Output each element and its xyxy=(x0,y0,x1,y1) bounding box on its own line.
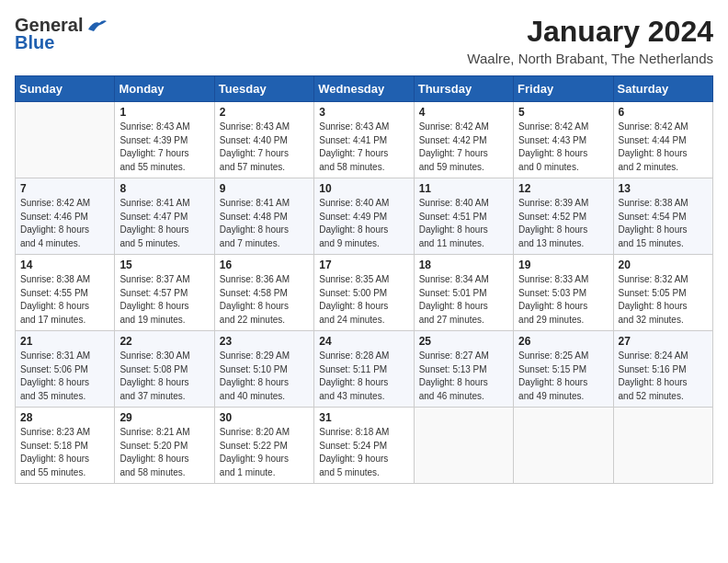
calendar-cell: 22Sunrise: 8:30 AM Sunset: 5:08 PM Dayli… xyxy=(115,331,214,408)
day-number: 18 xyxy=(419,259,508,271)
calendar-cell: 23Sunrise: 8:29 AM Sunset: 5:10 PM Dayli… xyxy=(214,331,313,408)
calendar-cell: 8Sunrise: 8:41 AM Sunset: 4:47 PM Daylig… xyxy=(115,178,214,255)
day-number: 9 xyxy=(220,182,309,195)
weekday-header-saturday: Saturday xyxy=(613,76,712,102)
title-area: January 2024 Waalre, North Brabant, The … xyxy=(467,15,713,66)
calendar-cell: 2Sunrise: 8:43 AM Sunset: 4:40 PM Daylig… xyxy=(214,102,313,178)
calendar-cell: 16Sunrise: 8:36 AM Sunset: 4:58 PM Dayli… xyxy=(214,255,313,331)
day-info: Sunrise: 8:41 AM Sunset: 4:47 PM Dayligh… xyxy=(119,197,209,250)
day-info: Sunrise: 8:27 AM Sunset: 5:13 PM Dayligh… xyxy=(419,350,508,403)
week-row-3: 21Sunrise: 8:31 AM Sunset: 5:06 PM Dayli… xyxy=(16,331,713,408)
calendar-cell: 20Sunrise: 8:32 AM Sunset: 5:05 PM Dayli… xyxy=(613,255,712,331)
day-info: Sunrise: 8:30 AM Sunset: 5:08 PM Dayligh… xyxy=(119,350,209,403)
week-row-4: 28Sunrise: 8:23 AM Sunset: 5:18 PM Dayli… xyxy=(16,408,713,484)
day-info: Sunrise: 8:41 AM Sunset: 4:48 PM Dayligh… xyxy=(220,197,309,250)
day-info: Sunrise: 8:40 AM Sunset: 4:49 PM Dayligh… xyxy=(319,197,408,250)
day-number: 2 xyxy=(220,106,309,119)
day-number: 13 xyxy=(619,182,708,195)
calendar-cell: 6Sunrise: 8:42 AM Sunset: 4:44 PM Daylig… xyxy=(613,102,712,178)
logo: General Blue xyxy=(15,15,107,53)
day-info: Sunrise: 8:28 AM Sunset: 5:11 PM Dayligh… xyxy=(319,350,408,403)
day-info: Sunrise: 8:37 AM Sunset: 4:57 PM Dayligh… xyxy=(119,273,209,327)
week-row-0: 1Sunrise: 8:43 AM Sunset: 4:39 PM Daylig… xyxy=(16,102,713,178)
calendar-body: 1Sunrise: 8:43 AM Sunset: 4:39 PM Daylig… xyxy=(16,102,713,484)
day-number: 24 xyxy=(319,335,408,348)
day-number: 3 xyxy=(319,106,408,119)
weekday-header-wednesday: Wednesday xyxy=(314,76,414,102)
day-info: Sunrise: 8:20 AM Sunset: 5:22 PM Dayligh… xyxy=(220,426,309,479)
day-number: 15 xyxy=(119,259,209,271)
day-info: Sunrise: 8:38 AM Sunset: 4:54 PM Dayligh… xyxy=(619,197,708,250)
day-number: 20 xyxy=(619,259,708,271)
calendar-cell xyxy=(16,102,115,178)
day-info: Sunrise: 8:24 AM Sunset: 5:16 PM Dayligh… xyxy=(619,350,708,403)
day-info: Sunrise: 8:32 AM Sunset: 5:05 PM Dayligh… xyxy=(619,273,708,327)
day-info: Sunrise: 8:29 AM Sunset: 5:10 PM Dayligh… xyxy=(220,350,309,403)
calendar-cell: 11Sunrise: 8:40 AM Sunset: 4:51 PM Dayli… xyxy=(414,178,513,255)
day-number: 31 xyxy=(319,411,408,424)
weekday-header-sunday: Sunday xyxy=(16,76,115,102)
day-info: Sunrise: 8:33 AM Sunset: 5:03 PM Dayligh… xyxy=(518,273,608,327)
day-info: Sunrise: 8:38 AM Sunset: 4:55 PM Dayligh… xyxy=(20,273,109,327)
page-header: General Blue January 2024 Waalre, North … xyxy=(15,15,713,66)
day-info: Sunrise: 8:39 AM Sunset: 4:52 PM Dayligh… xyxy=(518,197,608,250)
calendar-cell: 12Sunrise: 8:39 AM Sunset: 4:52 PM Dayli… xyxy=(514,178,613,255)
day-number: 16 xyxy=(220,259,309,271)
day-info: Sunrise: 8:25 AM Sunset: 5:15 PM Dayligh… xyxy=(518,350,608,403)
day-number: 5 xyxy=(518,106,608,119)
day-number: 22 xyxy=(119,335,209,348)
calendar-cell: 1Sunrise: 8:43 AM Sunset: 4:39 PM Daylig… xyxy=(115,102,214,178)
day-number: 6 xyxy=(619,106,708,119)
day-info: Sunrise: 8:43 AM Sunset: 4:40 PM Dayligh… xyxy=(220,121,309,174)
day-number: 14 xyxy=(20,259,109,271)
calendar-cell: 13Sunrise: 8:38 AM Sunset: 4:54 PM Dayli… xyxy=(613,178,712,255)
week-row-2: 14Sunrise: 8:38 AM Sunset: 4:55 PM Dayli… xyxy=(16,255,713,331)
day-info: Sunrise: 8:42 AM Sunset: 4:44 PM Dayligh… xyxy=(619,121,708,174)
calendar-cell: 30Sunrise: 8:20 AM Sunset: 5:22 PM Dayli… xyxy=(214,408,313,484)
calendar-cell: 17Sunrise: 8:35 AM Sunset: 5:00 PM Dayli… xyxy=(314,255,414,331)
calendar-cell: 3Sunrise: 8:43 AM Sunset: 4:41 PM Daylig… xyxy=(314,102,414,178)
day-info: Sunrise: 8:42 AM Sunset: 4:42 PM Dayligh… xyxy=(419,121,508,174)
location-title: Waalre, North Brabant, The Netherlands xyxy=(467,51,713,66)
calendar-cell: 19Sunrise: 8:33 AM Sunset: 5:03 PM Dayli… xyxy=(514,255,613,331)
weekday-header-thursday: Thursday xyxy=(414,76,513,102)
day-info: Sunrise: 8:21 AM Sunset: 5:20 PM Dayligh… xyxy=(119,426,209,479)
day-info: Sunrise: 8:42 AM Sunset: 4:43 PM Dayligh… xyxy=(518,121,608,174)
day-number: 27 xyxy=(619,335,708,348)
day-number: 23 xyxy=(220,335,309,348)
calendar-cell: 18Sunrise: 8:34 AM Sunset: 5:01 PM Dayli… xyxy=(414,255,513,331)
calendar-cell: 10Sunrise: 8:40 AM Sunset: 4:49 PM Dayli… xyxy=(314,178,414,255)
day-info: Sunrise: 8:36 AM Sunset: 4:58 PM Dayligh… xyxy=(220,273,309,327)
day-info: Sunrise: 8:31 AM Sunset: 5:06 PM Dayligh… xyxy=(20,350,109,403)
day-number: 26 xyxy=(518,335,608,348)
day-number: 25 xyxy=(419,335,508,348)
day-number: 29 xyxy=(119,411,209,424)
calendar-cell: 14Sunrise: 8:38 AM Sunset: 4:55 PM Dayli… xyxy=(16,255,115,331)
day-number: 4 xyxy=(419,106,508,119)
day-number: 17 xyxy=(319,259,408,271)
calendar-cell: 9Sunrise: 8:41 AM Sunset: 4:48 PM Daylig… xyxy=(214,178,313,255)
day-info: Sunrise: 8:43 AM Sunset: 4:41 PM Dayligh… xyxy=(319,121,408,174)
day-number: 11 xyxy=(419,182,508,195)
day-number: 1 xyxy=(119,106,209,119)
week-row-1: 7Sunrise: 8:42 AM Sunset: 4:46 PM Daylig… xyxy=(16,178,713,255)
day-number: 7 xyxy=(20,182,109,195)
logo-blue: Blue xyxy=(15,32,54,53)
day-number: 10 xyxy=(319,182,408,195)
day-info: Sunrise: 8:42 AM Sunset: 4:46 PM Dayligh… xyxy=(20,197,109,250)
weekday-header-tuesday: Tuesday xyxy=(214,76,313,102)
day-number: 28 xyxy=(20,411,109,424)
calendar-cell: 24Sunrise: 8:28 AM Sunset: 5:11 PM Dayli… xyxy=(314,331,414,408)
calendar-cell: 29Sunrise: 8:21 AM Sunset: 5:20 PM Dayli… xyxy=(115,408,214,484)
day-number: 19 xyxy=(518,259,608,271)
calendar-cell: 15Sunrise: 8:37 AM Sunset: 4:57 PM Dayli… xyxy=(115,255,214,331)
weekday-header-row: SundayMondayTuesdayWednesdayThursdayFrid… xyxy=(16,76,713,102)
logo-bird-icon xyxy=(86,18,107,33)
calendar-cell xyxy=(613,408,712,484)
day-number: 12 xyxy=(518,182,608,195)
calendar-cell: 26Sunrise: 8:25 AM Sunset: 5:15 PM Dayli… xyxy=(514,331,613,408)
day-info: Sunrise: 8:40 AM Sunset: 4:51 PM Dayligh… xyxy=(419,197,508,250)
day-info: Sunrise: 8:35 AM Sunset: 5:00 PM Dayligh… xyxy=(319,273,408,327)
calendar-cell: 7Sunrise: 8:42 AM Sunset: 4:46 PM Daylig… xyxy=(16,178,115,255)
calendar-cell: 27Sunrise: 8:24 AM Sunset: 5:16 PM Dayli… xyxy=(613,331,712,408)
